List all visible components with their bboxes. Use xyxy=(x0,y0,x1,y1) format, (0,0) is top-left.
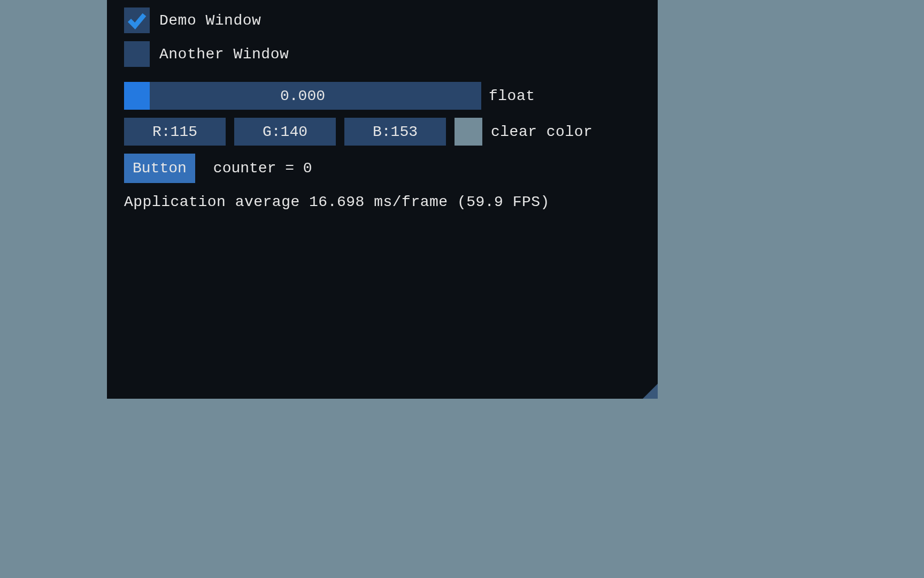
another-window-checkbox[interactable] xyxy=(124,41,150,67)
imgui-window: Demo Window Another Window 0.000 float R… xyxy=(107,0,658,399)
slider-grab-handle[interactable] xyxy=(124,82,150,110)
demo-window-label: Demo Window xyxy=(159,12,261,29)
clear-color-label: clear color xyxy=(491,124,592,140)
color-swatch[interactable] xyxy=(455,118,482,146)
window-resize-grip[interactable] xyxy=(643,384,658,399)
color-r-input[interactable]: R:115 xyxy=(124,118,226,146)
color-g-input[interactable]: G:140 xyxy=(234,118,336,146)
counter-button[interactable]: Button xyxy=(124,154,195,183)
counter-text: counter = 0 xyxy=(213,160,312,177)
float-slider[interactable]: 0.000 xyxy=(124,82,481,110)
demo-window-checkbox[interactable] xyxy=(124,7,150,33)
check-icon xyxy=(126,9,148,32)
float-slider-label: float xyxy=(489,88,535,104)
color-b-input[interactable]: B:153 xyxy=(344,118,446,146)
another-window-label: Another Window xyxy=(159,46,289,63)
frame-stats-text: Application average 16.698 ms/frame (59.… xyxy=(124,194,641,210)
float-slider-value: 0.000 xyxy=(124,88,481,104)
